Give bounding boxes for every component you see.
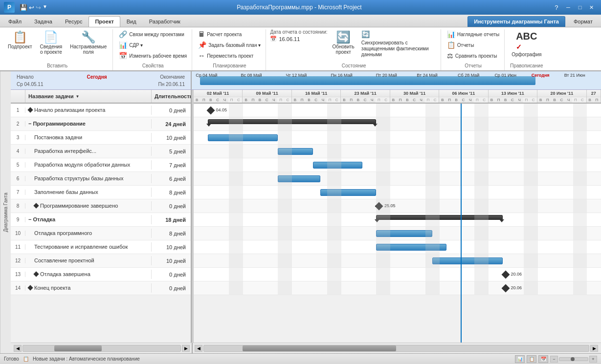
gantt-day: В	[243, 97, 249, 103]
reports-label: Отчеты	[457, 43, 474, 48]
schedule-group-label: Планирование	[196, 62, 263, 68]
col-name-header[interactable]: Название задачи ▼	[25, 90, 152, 103]
gantt-day: В	[439, 97, 446, 103]
scroll-left-btn[interactable]: ◀	[14, 345, 22, 352]
links-button[interactable]: 🔗 Связи между проектами	[117, 29, 186, 39]
sdr-button[interactable]: 📊 СДР ▾	[117, 40, 145, 50]
gantt-day: П	[250, 97, 257, 103]
gantt-day: С	[579, 97, 586, 103]
links-label: Связи между проектами	[129, 32, 184, 37]
worktime-button[interactable]: 📅 Изменить рабочее время	[117, 51, 189, 61]
zoom-in-btn[interactable]: +	[589, 356, 597, 363]
gantt-week-col: 20 Июн '11ВПВСЧПС	[537, 90, 586, 103]
tab-view[interactable]: Вид	[120, 16, 143, 27]
ribbon-group-insert: 📋 Подпроект 📄 Сведения о проекте 🔧 Настр…	[2, 29, 113, 70]
gantt-week-label: 02 Май '11	[194, 90, 242, 97]
minimize-button[interactable]: ─	[563, 3, 574, 12]
timeline-scale: Ср 04 Май Вс 08 Май Чт 12 Май Пн 16 Май …	[192, 71, 601, 89]
td-name: Тестирование и исправление ошибок	[25, 242, 152, 251]
gantt-row	[194, 145, 601, 158]
table-row[interactable]: 11Тестирование и исправление ошибок10 дн…	[11, 240, 191, 254]
tab-task[interactable]: Задача	[28, 16, 59, 27]
gantt-bar	[278, 175, 320, 182]
update-project-button[interactable]: 🔄 Обновить проект	[330, 29, 357, 57]
links-icon: 🔗	[119, 30, 127, 38]
table-row[interactable]: 9− Отладка18 дней	[11, 213, 191, 227]
col-dur-header[interactable]: Длительность ▼	[152, 90, 191, 103]
new-tasks-label: Новые задачи : Автоматическое планирован…	[33, 356, 140, 362]
table-row[interactable]: 6Разработка структуры базы данных6 дней	[11, 172, 191, 186]
table-row[interactable]: 4Разработка интерфейс...5 дней	[11, 145, 191, 158]
project-info-button[interactable]: 📄 Сведения о проекте	[37, 29, 66, 57]
tab-developer[interactable]: Разработчик	[143, 16, 187, 27]
td-id: 4	[11, 149, 25, 154]
custom-fields-label: Настраиваемые поля	[70, 44, 107, 55]
compare-button[interactable]: ⚖ Сравнить проекты	[445, 51, 499, 61]
custom-fields-button[interactable]: 🔧 Настраиваемые поля	[67, 29, 110, 57]
view-gantt-btn[interactable]: 📊	[515, 355, 525, 363]
help-button[interactable]: ?	[551, 3, 562, 12]
gantt-scroll-right-btn[interactable]: ▶	[590, 345, 598, 352]
gantt-day: В	[292, 97, 299, 103]
baseline-button[interactable]: 📌 Задать базовый план ▾	[196, 40, 263, 50]
gantt-day: С	[264, 97, 270, 103]
gantt-day: П	[299, 97, 306, 103]
table-row[interactable]: 2− Программирование24 дней	[11, 117, 191, 131]
td-id: 3	[11, 135, 25, 140]
table-row[interactable]: 3Постановка задачи10 дней	[11, 131, 191, 145]
tab-format[interactable]: Формат	[567, 16, 599, 27]
proofing-group-label: Правописание	[509, 62, 544, 68]
gantt-scroll-left-btn[interactable]: ◀	[195, 345, 202, 352]
scroll-right: ◀ ▶	[193, 343, 600, 353]
gantt-week-label: 27	[587, 90, 601, 97]
table-row[interactable]: 1Начало реализации проекта0 дней	[11, 104, 191, 117]
view-calendar-btn[interactable]: 📅	[538, 355, 548, 363]
gantt-bar	[320, 189, 377, 196]
spelling-button[interactable]: ABC✓ Орфография	[509, 29, 544, 59]
weekend-band	[474, 104, 489, 117]
tab-file[interactable]: Файл	[2, 16, 28, 27]
tab-gantt-tools[interactable]: Инструменты диаграммы Ганта	[467, 16, 565, 27]
weekend-band	[376, 186, 390, 199]
visual-reports-button[interactable]: 📊 Наглядные отчеты	[445, 29, 501, 39]
close-button[interactable]: ✕	[586, 3, 597, 12]
status-date-label: Дата отчета о состоянии:	[270, 29, 327, 35]
scroll-right-btn[interactable]: ▶	[182, 345, 190, 352]
reports-button[interactable]: 📋 Отчеты	[445, 40, 476, 50]
gantt-h-scrollbar-thumb[interactable]	[243, 345, 397, 351]
weekend-band	[474, 227, 489, 240]
table-row[interactable]: 10Отладка программного8 дней	[11, 227, 191, 240]
td-id: 9	[11, 217, 25, 222]
qa-dropdown[interactable]: ▼	[43, 4, 47, 11]
restore-button[interactable]: □	[575, 3, 585, 12]
undo-qa-icon[interactable]: ↩	[29, 4, 34, 11]
calc-button[interactable]: 🖩 Расчет проекта	[196, 29, 244, 39]
redo-qa-icon[interactable]: ↪	[36, 4, 41, 11]
timeline-info-left: Начало Сегодня Окончание Ср 04.05.11 Пн …	[11, 71, 192, 89]
weekend-band	[376, 145, 390, 158]
timeline-start-row: Начало Сегодня Окончание	[15, 73, 187, 81]
move-project-button[interactable]: ↔ Переместить проект	[196, 51, 255, 61]
visual-reports-icon: 📊	[447, 30, 455, 38]
h-scrollbar-thumb[interactable]	[54, 345, 102, 351]
gantt-day: П	[376, 97, 382, 103]
subproject-button[interactable]: 📋 Подпроект	[5, 29, 35, 51]
table-row[interactable]: 7Заполнение базы данных8 дней	[11, 186, 191, 199]
table-row[interactable]: 12Составление проектной10 дней	[11, 254, 191, 268]
save-qa-icon[interactable]: 💾	[20, 4, 27, 11]
zoom-out-btn[interactable]: −	[550, 356, 558, 363]
sync-button[interactable]: 🔄 Синхронизировать с защищенными фактиче…	[359, 29, 438, 59]
tab-resource[interactable]: Ресурс	[59, 16, 89, 27]
zoom-slider[interactable]	[559, 357, 588, 361]
td-duration: 5 дней	[152, 149, 191, 154]
table-row[interactable]: 8Программирование завершено0 дней	[11, 199, 191, 213]
tab-project[interactable]: Проект	[89, 16, 120, 27]
view-list-btn[interactable]: 📋	[527, 355, 536, 363]
timeline-info: Начало Сегодня Окончание Ср 04.05.11 Пн …	[11, 71, 601, 90]
table-row[interactable]: 5Разработка модуля обработки данных7 дне…	[11, 158, 191, 172]
timeline-scale-wc6: Сб 28 Май	[458, 73, 479, 78]
custom-fields-icon: 🔧	[81, 31, 96, 43]
table-row[interactable]: 14Конец проекта0 дней	[11, 281, 191, 295]
table-row[interactable]: 13Отладка завершена0 дней	[11, 268, 191, 281]
compare-icon: ⚖	[447, 52, 453, 60]
